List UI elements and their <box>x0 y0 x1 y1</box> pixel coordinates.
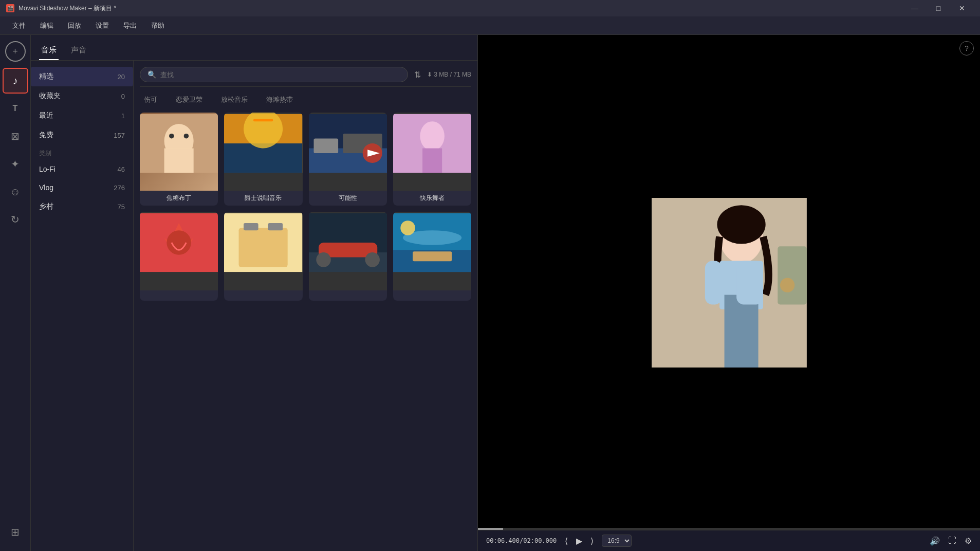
menu-help[interactable]: 帮助 <box>145 19 171 32</box>
sort-button[interactable]: ⇅ <box>414 70 421 80</box>
svg-point-4 <box>184 134 189 139</box>
tab-music[interactable]: 音乐 <box>39 41 59 60</box>
rewind-button[interactable]: ⟨ <box>565 536 568 546</box>
track-card-3[interactable]: 可能性 <box>309 113 387 206</box>
track-thumb-img-4 <box>393 113 471 174</box>
menu-edit[interactable]: 编辑 <box>34 19 60 32</box>
forward-button[interactable]: ⟩ <box>590 536 594 546</box>
sidebar-item-tools[interactable]: ⊞ <box>3 519 28 545</box>
cat-favorites-name: 收藏夹 <box>39 91 61 101</box>
track-name-5 <box>140 290 218 301</box>
svg-rect-42 <box>778 246 807 304</box>
download-info: ⬇ 3 MB / 71 MB <box>427 71 471 78</box>
track-thumb-img-1 <box>140 113 218 174</box>
svg-rect-21 <box>239 228 288 267</box>
preview-image <box>647 198 811 368</box>
track-card-1[interactable]: 焦糖布丁 <box>140 113 218 206</box>
menu-playback[interactable]: 回放 <box>62 19 87 32</box>
titlebar-title: Movavi Slideshow Maker – 新项目 * <box>19 4 116 13</box>
track-thumb-img-2 <box>224 113 302 174</box>
cat-recent-name: 最近 <box>39 111 53 120</box>
minimize-button[interactable]: — <box>903 0 927 16</box>
category-favorites[interactable]: 收藏夹 0 <box>31 86 133 106</box>
sidebar-item-stickers[interactable]: ☺ <box>3 179 28 205</box>
cat-featured-count: 20 <box>118 73 125 81</box>
search-input[interactable] <box>160 71 400 79</box>
settings-button[interactable]: ⚙ <box>965 536 972 546</box>
svg-point-32 <box>400 221 415 235</box>
track-name-6 <box>224 290 302 301</box>
svg-point-27 <box>316 252 331 267</box>
track-thumb-5 <box>140 212 218 290</box>
svg-rect-8 <box>253 119 273 121</box>
aspect-ratio-select[interactable]: 16:9 4:3 1:1 9:16 <box>602 535 632 547</box>
track-card-8[interactable] <box>393 212 471 300</box>
category-country[interactable]: 乡村 75 <box>31 197 133 216</box>
svg-rect-23 <box>268 223 283 230</box>
section-title: 类别 <box>31 145 133 160</box>
track-card-7[interactable] <box>309 212 387 300</box>
svg-rect-2 <box>164 149 194 173</box>
search-box: 🔍 <box>140 67 408 82</box>
category-free[interactable]: 免费 157 <box>31 125 133 145</box>
track-thumb-img-7 <box>309 212 387 273</box>
preview-video: ? <box>478 35 980 530</box>
svg-rect-40 <box>705 261 722 304</box>
track-thumb-7 <box>309 212 387 290</box>
help-button[interactable]: ? <box>959 41 974 56</box>
svg-rect-11 <box>313 138 338 153</box>
cat-free-count: 157 <box>114 132 125 139</box>
track-name-4: 快乐舞者 <box>393 191 471 206</box>
tracks-grid: 焦糖布丁 爵 <box>140 113 471 301</box>
svg-point-19 <box>167 230 191 255</box>
track-card-5[interactable] <box>140 212 218 300</box>
track-name-8 <box>393 290 471 301</box>
svg-point-3 <box>169 134 174 139</box>
sidebar-item-effects[interactable]: ✦ <box>3 151 28 177</box>
track-card-4[interactable]: 快乐舞者 <box>393 113 471 206</box>
titlebar-left: 🎬 Movavi Slideshow Maker – 新项目 * <box>6 4 116 13</box>
fullscreen-button[interactable]: ⛶ <box>948 536 956 545</box>
grid-toolbar: 🔍 ⇅ ⬇ 3 MB / 71 MB <box>140 67 471 87</box>
cat-lofi-count: 46 <box>118 166 125 173</box>
genre-tag-2[interactable]: 放松音乐 <box>217 93 252 106</box>
track-card-6[interactable] <box>224 212 302 300</box>
content-area: 音乐 声音 精选 20 收藏夹 0 最近 1 <box>31 35 980 551</box>
titlebar: 🎬 Movavi Slideshow Maker – 新项目 * — □ ✕ <box>0 0 980 16</box>
menu-export[interactable]: 导出 <box>117 19 143 32</box>
track-name-2: 爵士说唱音乐 <box>224 191 302 206</box>
category-lofi[interactable]: Lo-Fi 46 <box>31 160 133 178</box>
maximize-button[interactable]: □ <box>927 0 950 16</box>
track-name-3: 可能性 <box>309 191 387 206</box>
category-featured[interactable]: 精选 20 <box>31 67 133 86</box>
category-vlog[interactable]: Vlog 276 <box>31 178 133 197</box>
sidebar-item-zoom[interactable]: ↻ <box>3 207 28 232</box>
play-button[interactable]: ▶ <box>576 536 582 546</box>
volume-button[interactable]: 🔊 <box>930 536 940 546</box>
cat-country-count: 75 <box>118 203 125 211</box>
sidebar-item-text[interactable]: T <box>3 96 28 121</box>
category-recent[interactable]: 最近 1 <box>31 106 133 125</box>
track-card-2[interactable]: 爵士说唱音乐 <box>224 113 302 206</box>
main-layout: + ♪ T ⊠ ✦ ☺ ↻ ⊞ 音乐 声音 精选 20 <box>0 35 980 551</box>
track-thumb-4 <box>393 113 471 191</box>
tab-sound[interactable]: 声音 <box>69 41 88 60</box>
menu-file[interactable]: 文件 <box>6 19 32 32</box>
genre-tag-1[interactable]: 恋爱卫荣 <box>172 93 207 106</box>
track-thumb-8 <box>393 212 471 290</box>
menu-settings[interactable]: 设置 <box>89 19 115 32</box>
genre-tag-3[interactable]: 海滩热带 <box>262 93 297 106</box>
close-button[interactable]: ✕ <box>950 0 974 16</box>
svg-rect-39 <box>724 295 758 367</box>
cat-free-name: 免费 <box>39 131 53 140</box>
genre-tag-0[interactable]: 伤可 <box>140 93 161 106</box>
svg-point-28 <box>365 252 380 267</box>
music-panel: 音乐 声音 精选 20 收藏夹 0 最近 1 <box>31 35 478 551</box>
panel-tabs: 音乐 声音 <box>31 35 477 61</box>
app-icon: 🎬 <box>6 4 14 12</box>
sidebar-item-music[interactable]: ♪ <box>3 68 28 94</box>
add-media-button[interactable]: + <box>5 41 26 62</box>
cat-recent-count: 1 <box>121 112 125 120</box>
search-icon: 🔍 <box>147 70 156 79</box>
sidebar-item-transitions[interactable]: ⊠ <box>3 123 28 149</box>
